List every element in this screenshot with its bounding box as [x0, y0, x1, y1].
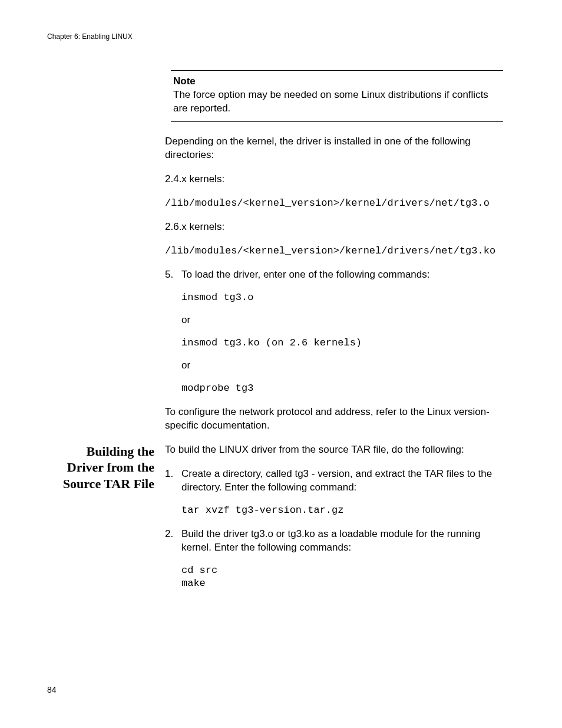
content-block-2: Building the Driver from the Source TAR … — [47, 443, 515, 601]
tar-step-2: Build the driver tg3.o or tg3.ko as a lo… — [165, 528, 503, 590]
note-title: Note — [173, 75, 501, 87]
cmd-insmod-ko: insmod tg3.ko (on 2.6 kernels) — [181, 337, 503, 350]
or-2: or — [181, 359, 503, 373]
section-heading-building: Building the Driver from the Source TAR … — [47, 443, 154, 492]
section2-intro: To build the LINUX driver from the sourc… — [165, 443, 503, 457]
ordered-list-continued: To load the driver, enter one of the fol… — [165, 268, 503, 395]
ordered-list-tar: Create a directory, called tg3 - version… — [165, 467, 503, 590]
running-header: Chapter 6: Enabling LINUX — [47, 32, 515, 41]
para-configure: To configure the network protocol and ad… — [165, 406, 503, 433]
content-block-1: Note The force option may be needed on s… — [47, 70, 515, 443]
note-body: The force option may be needed on some L… — [173, 88, 501, 116]
cmd-make: make — [181, 577, 503, 590]
note-box: Note The force option may be needed on s… — [171, 70, 503, 122]
code-path-26: /lib/modules/<kernel_version>/kernel/dri… — [165, 245, 503, 258]
page: Chapter 6: Enabling LINUX Note The force… — [0, 0, 562, 601]
step5-text: To load the driver, enter one of the fol… — [181, 268, 503, 282]
label-24-kernels: 2.4.x kernels: — [165, 173, 503, 186]
or-1: or — [181, 314, 503, 327]
label-26-kernels: 2.6.x kernels: — [165, 220, 503, 234]
para-depending: Depending on the kernel, the driver is i… — [165, 135, 503, 162]
cmd-tar: tar xvzf tg3-version.tar.gz — [181, 504, 503, 517]
code-path-24: /lib/modules/<kernel_version>/kernel/dri… — [165, 197, 503, 210]
left-margin-2: Building the Driver from the Source TAR … — [47, 443, 165, 492]
page-number: 84 — [47, 685, 57, 694]
step-5: To load the driver, enter one of the fol… — [165, 268, 503, 395]
main-column-1: Note The force option may be needed on s… — [165, 70, 515, 443]
main-column-2: To build the LINUX driver from the sourc… — [165, 443, 515, 601]
tar-step-1: Create a directory, called tg3 - version… — [165, 467, 503, 517]
tar-step1-text: Create a directory, called tg3 - version… — [181, 467, 503, 495]
cmd-modprobe: modprobe tg3 — [181, 382, 503, 395]
cmd-cd: cd src — [181, 564, 503, 577]
cmd-insmod-o: insmod tg3.o — [181, 291, 503, 304]
tar-step2-text: Build the driver tg3.o or tg3.ko as a lo… — [181, 528, 503, 555]
